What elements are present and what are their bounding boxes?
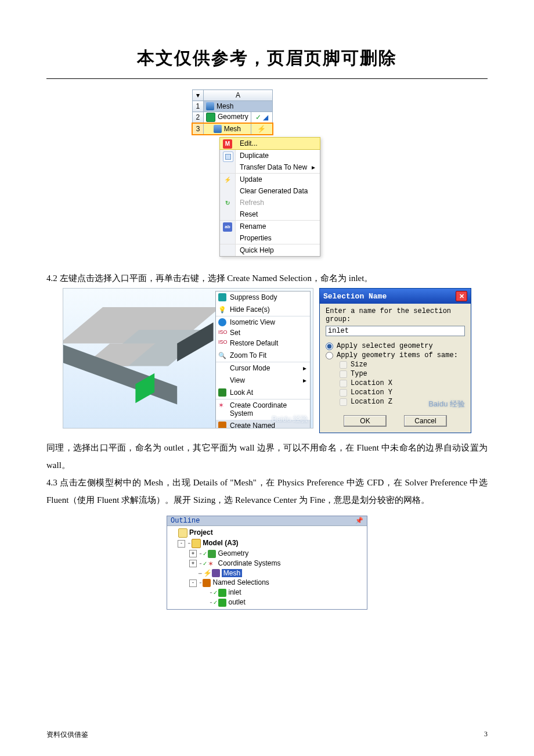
mesh-tree-icon [212, 569, 220, 577]
context-menu: M Edit... Duplicate Transfer Data To New [219, 137, 320, 257]
mesh-system-icon [206, 102, 214, 110]
zoom-icon [218, 351, 226, 359]
dialog-prompt: Enter a name for the selection group: [326, 307, 465, 323]
lookat-icon [218, 388, 226, 397]
menu-transfer[interactable]: Transfer Data To New [220, 161, 320, 173]
selection-name-dialog: Selection Name ✕ Enter a name for the se… [319, 288, 471, 433]
menu-clear[interactable]: Clear Generated Data [220, 185, 320, 197]
rename-icon [223, 222, 232, 232]
expander-minus-icon[interactable] [178, 540, 185, 548]
edit-icon: M [223, 139, 232, 149]
chk-locz-row: Location Z [340, 398, 465, 406]
radio-apply-selected[interactable] [326, 343, 333, 350]
geometry-tree-icon [208, 550, 216, 558]
para-4-2: 4.2 左键点击选择入口平面，再单击右键，选择 Create Named Sel… [46, 269, 488, 287]
dialog-titlebar[interactable]: Selection Name ✕ [320, 289, 471, 304]
radio-apply-same[interactable] [326, 352, 333, 359]
node-coord[interactable]: ···· Coordinate Systems [169, 559, 365, 568]
row-3-mesh-cell[interactable]: Mesh [204, 123, 251, 135]
chk-locz [340, 398, 347, 406]
geometry-icon [206, 113, 215, 122]
mesh-status: ⚡ [251, 123, 273, 135]
mi-iso[interactable]: Isometric View [216, 316, 310, 329]
page-number: 3 [484, 730, 488, 740]
mi-named-selection[interactable]: Create Named Selection [216, 420, 310, 429]
figure-project-schematic: ▾ A 1 Mesh 2 Geometry ✓ ◢ 3 [192, 89, 342, 264]
expander-minus-icon[interactable] [189, 579, 197, 587]
chk-type-row: Type [340, 370, 465, 378]
chk-size [340, 361, 347, 369]
suppress-icon [218, 293, 226, 301]
mi-look[interactable]: Look At [216, 387, 310, 399]
mi-hide[interactable]: Hide Face(s) [216, 304, 310, 316]
mi-set[interactable]: ISOSet [216, 329, 310, 337]
chk-size-row: Size [340, 361, 465, 369]
row-1-mesh-header[interactable]: Mesh [204, 101, 273, 112]
menu-duplicate[interactable]: Duplicate [220, 150, 320, 161]
col-dropdown[interactable]: ▾ [192, 90, 204, 101]
col-a-header: A [204, 90, 273, 101]
row-2-geometry[interactable]: Geometry [204, 112, 251, 124]
refresh-icon [223, 199, 232, 208]
node-inlet[interactable]: ···· inlet [169, 588, 365, 597]
pin-icon[interactable] [355, 517, 363, 525]
3d-viewport[interactable]: Suppress Body Hide Face(s) Isometric Vie… [63, 288, 313, 429]
chk-locx-row: Location X [340, 379, 465, 387]
para-after-4-2: 同理，选择出口平面，命名为 outlet，其它平面为 wall 边界，可以不用命… [46, 439, 488, 474]
cancel-button[interactable]: Cancel [404, 415, 447, 427]
node-mesh[interactable]: ······· ⚡Mesh [169, 568, 365, 578]
node-named-selections[interactable]: ···· Named Selections [169, 578, 365, 588]
node-model[interactable]: ····· Model (A3) [169, 538, 365, 549]
axis-icon [218, 401, 226, 409]
dialog-title: Selection Name [323, 292, 387, 301]
menu-edit[interactable]: M Edit... [219, 137, 320, 150]
node-project[interactable]: Project [169, 528, 365, 538]
model-icon [192, 539, 201, 548]
mi-view[interactable]: View [216, 375, 310, 387]
iso-icon [218, 318, 226, 326]
bulb-icon [218, 305, 226, 314]
menu-update[interactable]: Update [220, 174, 320, 185]
figure-viewport: Suppress Body Hide Face(s) Isometric Vie… [63, 288, 312, 433]
named-selections-icon [203, 579, 211, 587]
geometry-body [63, 307, 208, 425]
outlet-icon [218, 599, 226, 607]
menu-rename[interactable]: Rename [220, 221, 320, 232]
outline-header[interactable]: Outline [167, 516, 367, 526]
para-4-3: 4.3 点击左侧模型树中的 Mesh，出现 Details of "Mesh"，… [46, 474, 488, 509]
row-1-num: 1 [192, 101, 204, 112]
named-sel-icon [218, 422, 226, 429]
mi-coord[interactable]: Create Coordinate System [216, 399, 310, 420]
node-outlet[interactable]: ···· outlet [169, 597, 365, 607]
node-geometry[interactable]: ···· Geometry [169, 549, 365, 559]
menu-quick-help[interactable]: Quick Help [220, 244, 320, 256]
outline-panel: Outline Project ····· Model (A3) ···· Ge… [167, 516, 367, 610]
expander-plus-icon[interactable] [189, 550, 197, 557]
opt-apply-selected[interactable]: Apply selected geometry [326, 342, 465, 350]
viewport-context-menu: Suppress Body Hide Face(s) Isometric Vie… [215, 291, 311, 429]
row-3-num: 3 [192, 123, 204, 135]
mi-zoom[interactable]: Zoom To Fit [216, 350, 310, 362]
menu-reset[interactable]: Reset [220, 208, 320, 220]
mi-suppress[interactable]: Suppress Body [216, 291, 310, 304]
ok-button[interactable]: OK [344, 415, 387, 427]
row-2-num: 2 [192, 112, 204, 124]
selection-name-input[interactable] [326, 326, 465, 336]
mesh-cell-icon [214, 125, 222, 133]
footer-left: 资料仅供借鉴 [46, 730, 88, 740]
update-icon [223, 175, 232, 185]
menu-refresh: Refresh [220, 197, 320, 208]
expander-plus-icon[interactable] [189, 560, 197, 567]
geometry-status: ✓ ◢ [251, 112, 273, 124]
close-icon[interactable]: ✕ [456, 291, 467, 301]
chk-type [340, 370, 347, 378]
chk-locx [340, 380, 347, 387]
opt-apply-same[interactable]: Apply geometry items of same: [326, 351, 465, 359]
duplicate-icon [223, 152, 233, 162]
page-header: 本文仅供参考，页眉页脚可删除 [46, 46, 488, 70]
outline-tree[interactable]: Project ····· Model (A3) ···· Geometry ·… [167, 526, 367, 609]
mi-restore[interactable]: ISORestore Default [216, 337, 310, 350]
menu-properties[interactable]: Properties [220, 232, 320, 244]
chk-locy-row: Location Y [340, 388, 465, 397]
mi-cursor[interactable]: Cursor Mode [216, 362, 310, 375]
